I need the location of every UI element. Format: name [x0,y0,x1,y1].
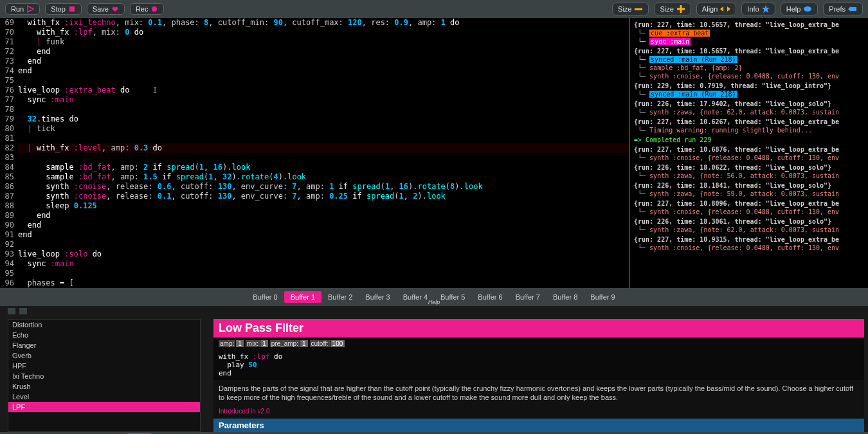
prefs-button[interactable]: Prefs [823,3,863,15]
code-body[interactable]: with_fx :ixi_techno, mix: 0.1, phase: 8,… [18,18,629,288]
doc-param-chips: amp:1mix:1pre_amp:1cutoff:100 [213,338,864,350]
top-toolbar: Run Stop Save Rec Size Size Align Info H… [0,0,868,18]
doc-title: Low Pass Filter [213,319,864,338]
buffer-tab[interactable]: Buffer 8 [547,291,584,303]
fx-item[interactable]: Krush [8,381,200,392]
svg-marker-6 [720,6,723,12]
buffer-tabs: Buffer 0Buffer 1Buffer 2Buffer 3Buffer 4… [0,288,868,306]
svg-point-2 [152,6,157,12]
fx-list[interactable]: DistortionEchoFlangerGverbHPFIxi TechnoK… [8,319,201,432]
info-button[interactable]: Info [741,3,775,15]
buffer-tab[interactable]: Buffer 7 [509,291,547,303]
doc-introduced: Introduced in v2.0 [213,406,864,416]
svg-marker-7 [727,6,730,12]
help-label: Help [428,299,440,305]
svg-marker-8 [762,5,770,13]
svg-rect-5 [680,5,682,13]
buffer-tab[interactable]: Buffer 0 [246,291,284,303]
line-gutter: 69 70 71 72 73 74 75 76 77 78 79 80 81 8… [0,18,18,288]
svg-rect-1 [69,6,75,12]
stop-button[interactable]: Stop [45,3,82,15]
fx-item[interactable]: Gverb [8,350,200,361]
fx-item[interactable]: Distortion [8,320,200,330]
buffer-tab[interactable]: Buffer 3 [359,291,396,303]
save-button[interactable]: Save [87,3,125,15]
code-editor[interactable]: 69 70 71 72 73 74 75 76 77 78 79 80 81 8… [0,18,630,288]
log-panel[interactable]: {run: 227, time: 10.5657, thread: "live_… [630,18,868,288]
svg-marker-10 [848,6,851,12]
run-button[interactable]: Run [5,3,40,15]
help-pane: DistortionEchoFlangerGverbHPFIxi TechnoK… [0,316,868,432]
fx-item[interactable]: Echo [8,330,200,340]
rec-button[interactable]: Rec [130,3,165,15]
buffer-tab[interactable]: Buffer 6 [471,291,509,303]
svg-point-9 [804,6,811,12]
size-minus-button[interactable]: Size [612,3,649,15]
help-button[interactable]: Help [781,3,818,15]
svg-rect-11 [851,7,856,11]
doc-example: with_fx :lpf do play 50 end [213,350,864,380]
align-button[interactable]: Align [696,3,736,15]
svg-marker-0 [28,6,33,12]
doc-description: Dampens the parts of the signal that are… [213,380,864,406]
buffer-tab[interactable]: Buffer 1 [284,291,321,303]
fx-item[interactable]: LPF [8,402,200,412]
doc-panel: Low Pass Filter amp:1mix:1pre_amp:1cutof… [213,319,864,432]
fx-item[interactable]: Flanger [8,340,200,350]
svg-rect-3 [635,8,642,10]
fx-item[interactable]: Ixi Techno [8,371,200,381]
buffer-tab[interactable]: Buffer 2 [321,291,359,303]
main-area: 69 70 71 72 73 74 75 76 77 78 79 80 81 8… [0,18,868,288]
size-plus-button[interactable]: Size [654,3,691,15]
prefix-strip [0,306,868,316]
fx-item[interactable]: Level [8,392,200,402]
buffer-tab[interactable]: Buffer 9 [584,291,621,303]
doc-parameters-header: Parameters [213,419,864,432]
fx-item[interactable]: HPF [8,361,200,371]
